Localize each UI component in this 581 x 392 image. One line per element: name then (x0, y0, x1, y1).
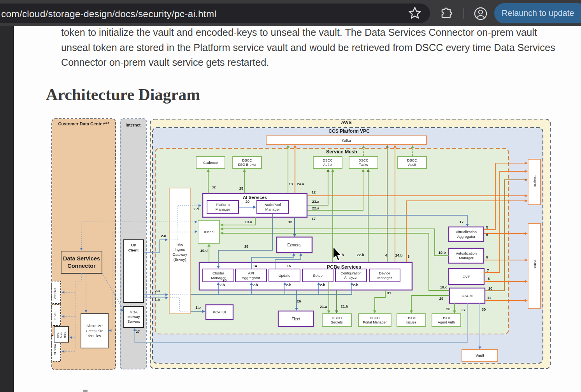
svg-text:for Files: for Files (88, 334, 101, 338)
svg-text:6: 6 (486, 232, 488, 237)
svg-text:DSCC: DSCC (406, 316, 416, 320)
svg-text:Manager: Manager (216, 207, 230, 211)
svg-text:Gateway: Gateway (172, 252, 187, 257)
svg-text:16: 16 (288, 220, 293, 224)
svg-text:9: 9 (486, 255, 488, 259)
svg-text:Issues: Issues (406, 320, 417, 324)
svg-text:17: 17 (460, 220, 464, 224)
svg-text:27: 27 (136, 329, 140, 334)
svg-text:2.b: 2.b (353, 283, 358, 287)
svg-text:19.c: 19.c (440, 285, 448, 289)
svg-text:vCenter: vCenter (53, 288, 57, 299)
svg-text:Vault: Vault (476, 353, 484, 358)
svg-text:DL380A: DL380A (53, 344, 57, 355)
svg-text:Data Services: Data Services (63, 255, 100, 262)
svg-text:Connector: Connector (67, 263, 96, 269)
svg-text:Virtualization: Virtualization (456, 251, 477, 255)
svg-text:18: 18 (244, 244, 249, 248)
svg-text:Service Mesh: Service Mesh (326, 149, 357, 155)
svg-text:Agent Auth: Agent Auth (438, 320, 455, 324)
svg-text:19.b: 19.b (438, 250, 446, 255)
svg-text:ESXi: ESXi (53, 313, 57, 320)
svg-text:12: 12 (312, 190, 316, 194)
svg-text:Configuration: Configuration (341, 271, 362, 275)
svg-text:22.a: 22.a (312, 206, 319, 210)
svg-text:SSO Broker: SSO Broker (238, 163, 256, 167)
svg-text:Ingres: Ingres (175, 247, 185, 251)
svg-text:27: 27 (462, 308, 466, 312)
svg-text:Device: Device (379, 271, 390, 275)
svg-text:2.b: 2.b (219, 283, 225, 287)
svg-text:Tunnel: Tunnel (203, 230, 214, 234)
svg-text:8: 8 (488, 276, 490, 281)
svg-text:Manager: Manager (265, 207, 280, 211)
svg-text:DSCC: DSCC (370, 316, 380, 320)
svg-text:29: 29 (439, 296, 444, 301)
svg-text:Cadence: Cadence (203, 160, 218, 165)
svg-text:PCBe Services: PCBe Services (327, 264, 361, 270)
svg-text:32: 32 (212, 185, 216, 189)
svg-text:Analyzer: Analyzer (344, 276, 358, 279)
svg-text:Kafka: Kafka (342, 139, 351, 142)
svg-text:PCAI UI: PCAI UI (213, 310, 226, 314)
svg-text:25: 25 (239, 186, 244, 190)
svg-text:2.b: 2.b (253, 283, 258, 287)
svg-text:NodePool: NodePool (265, 202, 281, 207)
svg-text:Client: Client (128, 248, 139, 252)
svg-text:2.c: 2.c (161, 234, 166, 238)
svg-text:Manager: Manager (459, 256, 474, 260)
svg-text:Customer Data Center***: Customer Data Center*** (58, 121, 109, 126)
svg-text:Portal Manager: Portal Manager (363, 320, 387, 324)
svg-text:Internet: Internet (126, 123, 141, 127)
svg-text:nt 8.0: nt 8.0 (63, 332, 66, 338)
svg-text:Platform: Platform (216, 202, 230, 207)
svg-text:DSCC: DSCC (407, 158, 417, 162)
svg-text:26: 26 (297, 299, 301, 303)
svg-text:Setup: Setup (313, 273, 323, 278)
svg-text:4: 4 (385, 253, 387, 257)
svg-text:Update: Update (279, 273, 291, 278)
svg-text:Tasks: Tasks (359, 163, 368, 167)
svg-text:Prolia: Prolia (60, 332, 63, 338)
svg-text:3: 3 (407, 254, 409, 258)
svg-text:CCS Platform VPC: CCS Platform VPC (328, 128, 370, 134)
svg-text:19.a: 19.a (245, 220, 252, 224)
svg-text:2.b: 2.b (320, 283, 325, 287)
svg-text:RDA: RDA (130, 310, 138, 314)
svg-text:UI/: UI/ (131, 243, 136, 247)
svg-text:AWS: AWS (341, 120, 351, 125)
svg-text:19.d: 19.d (200, 248, 207, 253)
svg-text:Aggregator: Aggregator (242, 276, 260, 280)
svg-text:Istio: Istio (176, 242, 183, 246)
svg-text:Authz: Authz (323, 163, 332, 167)
svg-text:5: 5 (486, 225, 488, 229)
svg-text:13: 13 (289, 182, 293, 186)
svg-text:11: 11 (487, 295, 491, 300)
svg-text:DSCC: DSCC (242, 158, 252, 162)
svg-text:Alletra MP: Alletra MP (86, 324, 103, 328)
svg-text:Secrets: Secrets (331, 320, 343, 324)
svg-text:2.b: 2.b (286, 283, 291, 287)
svg-text:DSCC: DSCC (358, 158, 369, 162)
svg-text:22.b: 22.b (356, 253, 364, 257)
svg-text:(Envoy): (Envoy) (174, 257, 186, 262)
svg-text:30: 30 (482, 307, 486, 311)
svg-text:Fleet: Fleet (291, 317, 300, 321)
svg-text:26: 26 (223, 278, 227, 282)
svg-text:Servers: Servers (127, 319, 140, 323)
svg-text:Virtualization: Virtualization (456, 230, 477, 234)
svg-text:GreenLake: GreenLake (86, 329, 104, 333)
svg-text:1.b: 1.b (195, 305, 201, 309)
svg-text:Midway: Midway (127, 315, 140, 319)
svg-text:20: 20 (246, 199, 250, 204)
svg-text:HPE: HPE (56, 332, 59, 338)
svg-text:Kafka: Kafka (534, 260, 537, 269)
svg-text:24.a: 24.a (297, 182, 304, 186)
svg-text:15: 15 (287, 264, 291, 268)
svg-text:Manager: Manager (377, 276, 392, 280)
svg-text:Audit: Audit (408, 163, 416, 167)
svg-text:7: 7 (487, 268, 489, 272)
svg-text:31: 31 (387, 291, 391, 295)
svg-text:API: API (248, 271, 254, 275)
svg-text:Cluster: Cluster (212, 271, 224, 275)
